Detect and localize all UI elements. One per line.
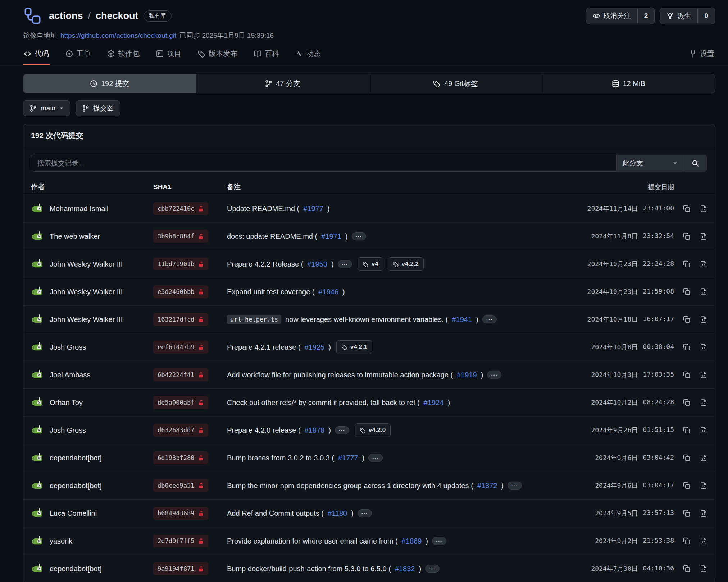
copy-sha-icon[interactable] <box>683 510 690 517</box>
copy-sha-icon[interactable] <box>683 260 690 268</box>
avatar-teacup-icon[interactable] <box>31 285 44 299</box>
avatar-teacup-icon[interactable] <box>31 451 44 465</box>
avatar-teacup-icon[interactable] <box>31 341 44 354</box>
mirror-url-link[interactable]: https://github.com/actions/checkout.git <box>60 32 176 40</box>
browse-source-icon[interactable] <box>700 510 707 517</box>
pr-link[interactable]: #1941 <box>452 315 472 324</box>
copy-sha-icon[interactable] <box>683 288 690 295</box>
sha-badge[interactable]: d632683dd7 <box>153 424 208 437</box>
copy-sha-icon[interactable] <box>683 233 690 240</box>
sha-badge[interactable]: 3b9b8c884f <box>153 230 208 243</box>
copy-sha-icon[interactable] <box>683 344 690 351</box>
tab-projects[interactable]: 项目 <box>155 47 182 65</box>
sha-badge[interactable]: db0cee9a51 <box>153 479 208 492</box>
avatar-teacup-icon[interactable] <box>31 258 44 271</box>
pr-link[interactable]: #1919 <box>457 371 477 379</box>
pr-link[interactable]: #1977 <box>303 205 323 213</box>
sha-badge[interactable]: e3d2460bbb <box>153 285 208 298</box>
browse-source-icon[interactable] <box>700 344 707 351</box>
browse-source-icon[interactable] <box>700 233 707 240</box>
browse-source-icon[interactable] <box>700 316 707 323</box>
repo-name-link[interactable]: checkout <box>96 10 138 22</box>
author-name[interactable]: Mohammad Ismail <box>50 205 108 213</box>
author-name[interactable]: The web walker <box>50 232 100 241</box>
tab-releases[interactable]: 版本发布 <box>197 47 238 65</box>
expand-message-button[interactable]: ··· <box>482 315 497 323</box>
browse-source-icon[interactable] <box>700 260 707 268</box>
copy-sha-icon[interactable] <box>683 399 690 406</box>
avatar-teacup-icon[interactable] <box>31 507 44 520</box>
unwatch-button[interactable]: 取消关注 2 <box>586 8 655 24</box>
author-name[interactable]: Josh Gross <box>50 426 86 435</box>
author-name[interactable]: dependabot[bot] <box>50 454 102 462</box>
tab-packages[interactable]: 软件包 <box>106 47 140 65</box>
browse-source-icon[interactable] <box>700 454 707 461</box>
browse-source-icon[interactable] <box>700 482 707 489</box>
search-submit-button[interactable] <box>683 155 707 171</box>
browse-source-icon[interactable] <box>700 371 707 378</box>
copy-sha-icon[interactable] <box>683 482 690 489</box>
copy-sha-icon[interactable] <box>683 427 690 434</box>
site-logo-icon[interactable] <box>23 6 42 25</box>
tab-settings[interactable]: 设置 <box>688 47 715 65</box>
stat-branches[interactable]: 47 分支 <box>196 74 369 93</box>
author-name[interactable]: yasonk <box>50 537 72 545</box>
browse-source-icon[interactable] <box>700 399 707 406</box>
tab-code[interactable]: 代码 <box>23 47 50 65</box>
pr-link[interactable]: #1878 <box>305 426 325 435</box>
branch-scope-dropdown[interactable]: 此分支 <box>616 155 683 171</box>
copy-sha-icon[interactable] <box>683 205 690 212</box>
avatar-teacup-icon[interactable] <box>31 479 44 492</box>
avatar-teacup-icon[interactable] <box>31 230 44 243</box>
expand-message-button[interactable]: ··· <box>425 565 440 573</box>
author-name[interactable]: John Wesley Walker III <box>50 315 123 324</box>
avatar-teacup-icon[interactable] <box>31 368 44 382</box>
fork-count[interactable]: 0 <box>697 8 715 24</box>
tag-badge[interactable]: v4 <box>358 257 383 271</box>
copy-sha-icon[interactable] <box>683 371 690 378</box>
avatar-teacup-icon[interactable] <box>31 562 44 576</box>
expand-message-button[interactable]: ··· <box>368 454 383 462</box>
fork-button[interactable]: 派生 0 <box>660 8 715 24</box>
watch-count[interactable]: 2 <box>637 8 655 24</box>
author-name[interactable]: Josh Gross <box>50 343 86 351</box>
tab-wiki[interactable]: 百科 <box>253 47 280 65</box>
avatar-teacup-icon[interactable] <box>31 535 44 548</box>
pr-link[interactable]: #1869 <box>402 537 422 545</box>
tab-issues[interactable]: 工单 <box>65 47 91 65</box>
expand-message-button[interactable]: ··· <box>352 232 366 240</box>
expand-message-button[interactable]: ··· <box>338 260 352 268</box>
copy-sha-icon[interactable] <box>683 316 690 323</box>
author-name[interactable]: Luca Comellini <box>50 509 97 518</box>
stat-size[interactable]: 12 MiB <box>542 74 715 93</box>
sha-badge[interactable]: 163217dfcd <box>153 313 208 326</box>
expand-message-button[interactable]: ··· <box>335 426 349 434</box>
browse-source-icon[interactable] <box>700 565 707 572</box>
copy-sha-icon[interactable] <box>683 565 690 572</box>
author-name[interactable]: John Wesley Walker III <box>50 288 123 296</box>
expand-message-button[interactable]: ··· <box>432 537 446 545</box>
sha-badge[interactable]: b684943689 <box>153 507 208 520</box>
sha-badge[interactable]: 6b42224f41 <box>153 368 208 381</box>
stat-tags[interactable]: 49 Git标签 <box>369 74 542 93</box>
browse-source-icon[interactable] <box>700 427 707 434</box>
expand-message-button[interactable]: ··· <box>358 509 372 517</box>
avatar-teacup-icon[interactable] <box>31 313 44 326</box>
tab-activity[interactable]: 动态 <box>295 47 322 65</box>
avatar-teacup-icon[interactable] <box>31 202 44 215</box>
tag-badge[interactable]: v4.2.0 <box>355 423 391 437</box>
browse-source-icon[interactable] <box>700 288 707 295</box>
pr-link[interactable]: #1872 <box>477 482 497 490</box>
tag-badge[interactable]: v4.2.2 <box>388 257 424 271</box>
author-name[interactable]: dependabot[bot] <box>50 482 102 490</box>
commit-search-input[interactable] <box>31 155 616 171</box>
pr-link[interactable]: #1832 <box>395 565 415 573</box>
sha-badge[interactable]: 2d7d9f7ff5 <box>153 535 208 547</box>
expand-message-button[interactable]: ··· <box>487 371 501 379</box>
pr-link[interactable]: #1971 <box>321 232 341 241</box>
expand-message-button[interactable]: ··· <box>508 482 522 490</box>
sha-badge[interactable]: 9a9194f871 <box>153 562 208 575</box>
author-name[interactable]: Joel Ambass <box>50 371 90 379</box>
sha-badge[interactable]: 11bd71901b <box>153 258 208 270</box>
commit-graph-button[interactable]: 提交图 <box>76 100 120 116</box>
